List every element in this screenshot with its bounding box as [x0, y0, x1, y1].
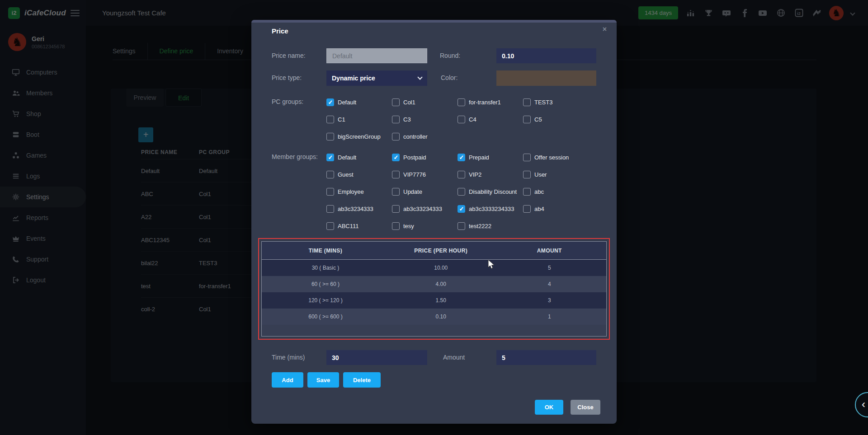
price-dialog: Price × Price name: Round: Price type: D… — [251, 20, 617, 424]
checkbox-icon[interactable] — [392, 205, 400, 213]
amount-label: Amount — [443, 350, 465, 365]
checkbox-disability-discount[interactable]: Disability Discount — [458, 183, 523, 200]
price-tier-row[interactable]: 30 ( Basic )10.005 — [262, 260, 606, 276]
add-button[interactable]: Add — [272, 372, 303, 388]
price-type-value: Dynamic price — [332, 75, 375, 82]
checkbox-update[interactable]: Update — [392, 183, 458, 200]
checkbox-icon[interactable] — [458, 98, 465, 106]
checkbox-c3[interactable]: C3 — [392, 111, 458, 128]
chevron-down-icon — [417, 75, 422, 80]
delete-button[interactable]: Delete — [343, 372, 381, 388]
checkbox-icon[interactable] — [326, 116, 334, 123]
checkbox-icon[interactable] — [458, 188, 465, 196]
pc-groups-label: PC groups: — [272, 94, 303, 109]
price-name-input[interactable] — [326, 48, 427, 63]
checkbox-icon[interactable] — [392, 98, 400, 106]
checkbox-label: User — [534, 171, 547, 178]
checkbox-icon[interactable] — [523, 188, 531, 196]
checkbox-icon[interactable] — [458, 154, 465, 161]
checkbox-label: bigScreenGroup — [338, 133, 381, 140]
checkbox-icon[interactable] — [392, 116, 400, 123]
checkbox-label: ABC111 — [338, 223, 359, 229]
checkbox-icon[interactable] — [392, 171, 400, 178]
checkbox-label: Offer session — [534, 154, 569, 161]
close-button[interactable]: Close — [571, 400, 600, 415]
time-mins-label: Time (mins) — [272, 350, 305, 365]
checkbox-label: Default — [338, 99, 356, 106]
checkbox-label: Col1 — [403, 99, 415, 106]
checkbox-icon[interactable] — [523, 205, 531, 213]
checkbox-icon[interactable] — [326, 98, 334, 106]
checkbox-icon[interactable] — [458, 116, 465, 123]
checkbox-icon[interactable] — [392, 222, 400, 230]
checkbox-ab4[interactable]: ab4 — [523, 200, 589, 217]
checkbox-bigscreengroup[interactable]: bigScreenGroup — [326, 128, 392, 145]
checkbox-vip7776[interactable]: VIP7776 — [392, 166, 458, 183]
price-tiers-table: TIME (MINS)PRICE (PER HOUR)AMOUNT 30 ( B… — [261, 241, 607, 337]
color-swatch[interactable] — [496, 70, 596, 86]
checkbox-label: Guest — [338, 171, 354, 178]
checkbox-icon[interactable] — [458, 205, 465, 213]
checkbox-for-transfer1[interactable]: for-transfer1 — [458, 94, 523, 111]
checkbox-default[interactable]: Default — [326, 94, 392, 111]
checkbox-ab3c3333234333[interactable]: ab3c3333234333 — [458, 200, 523, 217]
round-label: Round: — [440, 48, 460, 63]
checkbox-label: tesy — [403, 223, 414, 229]
checkbox-icon[interactable] — [523, 154, 531, 161]
dialog-title: Price — [272, 27, 288, 35]
checkbox-c4[interactable]: C4 — [458, 111, 523, 128]
checkbox-c1[interactable]: C1 — [326, 111, 392, 128]
checkbox-icon[interactable] — [326, 171, 334, 178]
price-tier-row[interactable]: 60 ( >= 60 )4.004 — [262, 276, 606, 292]
checkbox-controller[interactable]: controller — [392, 128, 458, 145]
ok-button[interactable]: OK — [535, 400, 563, 415]
checkbox-icon[interactable] — [523, 171, 531, 178]
checkbox-test3[interactable]: TEST3 — [523, 94, 589, 111]
checkbox-label: VIP2 — [469, 171, 481, 178]
price-type-label: Price type: — [272, 70, 302, 85]
checkbox-user[interactable]: User — [523, 166, 589, 183]
app-window: i2 iCafeCloud Youngzsoft Test Cafe 1434 … — [0, 0, 868, 435]
checkbox-test2222[interactable]: test2222 — [458, 217, 523, 234]
checkbox-vip2[interactable]: VIP2 — [458, 166, 523, 183]
checkbox-icon[interactable] — [392, 154, 400, 161]
checkbox-abc111[interactable]: ABC111 — [326, 217, 392, 234]
checkbox-employee[interactable]: Employee — [326, 183, 392, 200]
checkbox-icon[interactable] — [523, 98, 531, 106]
checkbox-label: TEST3 — [534, 99, 552, 106]
amount-input[interactable] — [496, 350, 596, 365]
checkbox-col1[interactable]: Col1 — [392, 94, 458, 111]
color-label: Color: — [441, 70, 458, 85]
checkbox-ab3c3234333[interactable]: ab3c3234333 — [326, 200, 392, 217]
checkbox-icon[interactable] — [392, 188, 400, 196]
time-mins-input[interactable] — [326, 350, 427, 365]
checkbox-icon[interactable] — [326, 188, 334, 196]
checkbox-c5[interactable]: C5 — [523, 111, 589, 128]
checkbox-abc[interactable]: abc — [523, 183, 589, 200]
checkbox-icon[interactable] — [458, 171, 465, 178]
checkbox-label: C4 — [469, 116, 476, 123]
checkbox-offer-session[interactable]: Offer session — [523, 149, 589, 166]
checkbox-icon[interactable] — [326, 205, 334, 213]
checkbox-prepaid[interactable]: Prepaid — [458, 149, 523, 166]
price-tier-row[interactable]: 120 ( >= 120 )1.503 — [262, 292, 606, 309]
checkbox-icon[interactable] — [326, 154, 334, 161]
checkbox-label: Update — [403, 188, 422, 195]
checkbox-guest[interactable]: Guest — [326, 166, 392, 183]
close-icon[interactable]: × — [603, 25, 607, 33]
checkbox-ab3c33234333[interactable]: ab3c33234333 — [392, 200, 458, 217]
checkbox-icon[interactable] — [458, 222, 465, 230]
round-input[interactable] — [496, 48, 596, 63]
checkbox-label: VIP7776 — [403, 171, 426, 178]
checkbox-icon[interactable] — [392, 133, 400, 140]
checkbox-tesy[interactable]: tesy — [392, 217, 458, 234]
price-tier-row[interactable]: 600 ( >= 600 )0.101 — [262, 309, 606, 325]
checkbox-default[interactable]: Default — [326, 149, 392, 166]
checkbox-icon[interactable] — [326, 133, 334, 140]
save-button[interactable]: Save — [307, 372, 339, 388]
checkbox-icon[interactable] — [326, 222, 334, 230]
checkbox-icon[interactable] — [523, 116, 531, 123]
price-type-select[interactable]: Dynamic price — [326, 70, 427, 86]
checkbox-label: Prepaid — [469, 154, 489, 161]
checkbox-postpaid[interactable]: Postpaid — [392, 149, 458, 166]
